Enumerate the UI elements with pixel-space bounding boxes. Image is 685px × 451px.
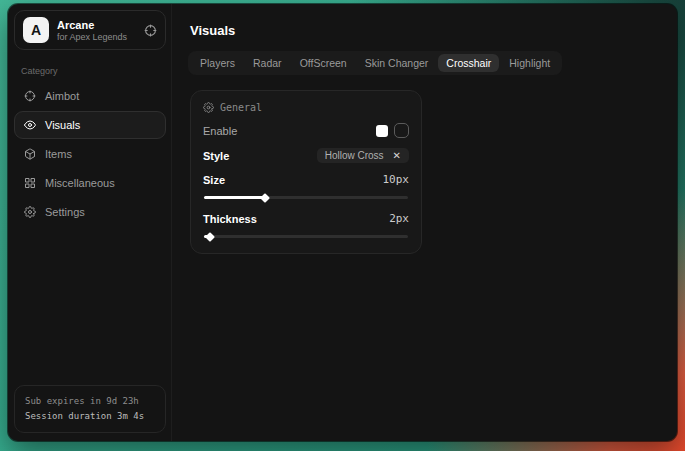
enable-checkbox[interactable]	[394, 123, 409, 138]
size-row: Size 10px	[203, 173, 409, 186]
sidebar: A Arcane for Apex Legends Category Aimbo…	[8, 4, 172, 441]
thickness-value: 2px	[389, 212, 409, 225]
enable-row: Enable	[203, 123, 409, 138]
app-window: A Arcane for Apex Legends Category Aimbo…	[8, 4, 677, 441]
app-titles: Arcane for Apex Legends	[57, 19, 127, 42]
cube-icon	[24, 148, 36, 160]
app-logo: A	[23, 17, 49, 43]
crosshair-icon	[24, 90, 36, 102]
size-label: Size	[203, 174, 225, 186]
sidebar-item-label: Settings	[45, 206, 85, 218]
sidebar-item-label: Visuals	[45, 119, 80, 131]
subscription-info: Sub expires in 9d 23h Session duration 3…	[14, 385, 166, 433]
sidebar-item-settings[interactable]: Settings	[14, 198, 166, 226]
category-label: Category	[21, 66, 166, 76]
style-chip-label: Hollow Cross	[325, 150, 384, 161]
sidebar-item-items[interactable]: Items	[14, 140, 166, 168]
sidebar-item-label: Items	[45, 148, 72, 160]
page-title: Visuals	[190, 23, 661, 38]
style-label: Style	[203, 150, 229, 162]
panel-title: General	[220, 102, 262, 113]
sidebar-header: A Arcane for Apex Legends	[14, 10, 166, 50]
slider-fill	[204, 196, 265, 199]
sidebar-item-visuals[interactable]: Visuals	[14, 111, 166, 139]
main-content: Visuals Players Radar OffScreen Skin Cha…	[172, 4, 677, 441]
sidebar-nav: Aimbot Visuals Items	[14, 82, 166, 226]
style-row: Style Hollow Cross ✕	[203, 148, 409, 163]
sidebar-item-aimbot[interactable]: Aimbot	[14, 82, 166, 110]
sub-expires-text: Sub expires in 9d 23h	[25, 394, 155, 409]
session-duration-text: Session duration 3m 4s	[25, 409, 155, 424]
thickness-slider[interactable]	[204, 235, 408, 238]
tab-skin-changer[interactable]: Skin Changer	[357, 54, 437, 72]
remove-style-icon[interactable]: ✕	[393, 150, 401, 161]
eye-icon	[24, 119, 36, 131]
general-panel: General Enable Style Hollow Cross ✕ Size…	[190, 90, 422, 254]
target-icon[interactable]	[144, 24, 157, 37]
thickness-row: Thickness 2px	[203, 212, 409, 225]
app-name: Arcane	[57, 19, 127, 31]
tab-crosshair[interactable]: Crosshair	[438, 54, 499, 72]
tab-highlight[interactable]: Highlight	[501, 54, 558, 72]
gear-icon	[24, 206, 36, 218]
enable-label: Enable	[203, 125, 237, 137]
sidebar-item-miscellaneous[interactable]: Miscellaneous	[14, 169, 166, 197]
style-chip[interactable]: Hollow Cross ✕	[317, 148, 409, 163]
tab-players[interactable]: Players	[192, 54, 243, 72]
tab-radar[interactable]: Radar	[245, 54, 290, 72]
sidebar-item-label: Miscellaneous	[45, 177, 115, 189]
size-slider[interactable]	[204, 196, 408, 199]
panel-header: General	[203, 102, 409, 113]
app-subtitle: for Apex Legends	[57, 32, 127, 42]
gear-icon	[203, 102, 214, 113]
grid-icon	[24, 177, 36, 189]
sidebar-item-label: Aimbot	[45, 90, 79, 102]
color-swatch[interactable]	[376, 125, 388, 137]
tab-offscreen[interactable]: OffScreen	[292, 54, 355, 72]
thickness-label: Thickness	[203, 213, 257, 225]
tab-bar: Players Radar OffScreen Skin Changer Cro…	[188, 51, 562, 75]
slider-thumb[interactable]	[260, 193, 270, 203]
size-value: 10px	[383, 173, 410, 186]
slider-thumb[interactable]	[205, 232, 215, 242]
